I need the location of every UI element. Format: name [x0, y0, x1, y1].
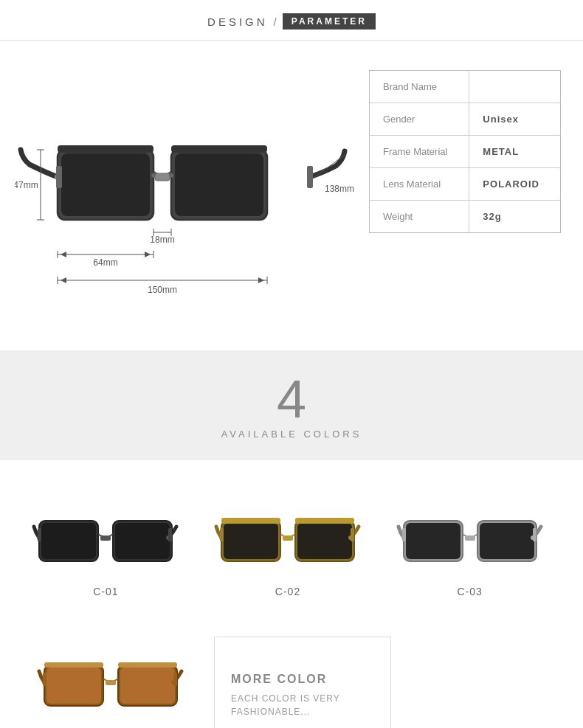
- svg-rect-6: [155, 173, 170, 181]
- colors-number: 4: [277, 372, 306, 426]
- glasses-c02-svg: [214, 490, 362, 571]
- svg-rect-49: [295, 518, 354, 524]
- specs-table: Brand Name Gender Unisex Frame Material …: [369, 70, 561, 233]
- variant-c03-label: C-03: [458, 586, 483, 597]
- spec-label-frame: Frame Material: [370, 136, 469, 168]
- svg-rect-42: [38, 528, 41, 541]
- bottom-variants-row: C-04 MORE COLOR EACH COLOR IS VERYFASHIO…: [22, 627, 561, 728]
- svg-rect-54: [351, 528, 354, 541]
- svg-rect-53: [220, 528, 224, 541]
- product-diagram-svg: 47mm 18mm 138mm 64mm: [15, 63, 354, 299]
- svg-rect-68: [44, 662, 103, 668]
- more-color-desc: EACH COLOR IS VERYFASHIONABLE...: [231, 692, 340, 718]
- more-color-title: MORE COLOR: [231, 673, 327, 686]
- spec-row-brand: Brand Name: [370, 71, 561, 103]
- slash-separator: /: [274, 15, 277, 28]
- variant-c01-label: C-01: [93, 586, 118, 597]
- svg-text:18mm: 18mm: [150, 235, 174, 245]
- spec-label-brand: Brand Name: [370, 71, 469, 103]
- svg-text:150mm: 150mm: [148, 285, 177, 295]
- spec-value-lens: POLAROID: [469, 168, 561, 201]
- svg-rect-63: [533, 528, 537, 541]
- more-color-box: MORE COLOR EACH COLOR IS VERYFASHIONABLE…: [214, 637, 391, 728]
- diagram-svg-wrap: 47mm 18mm 138mm 64mm: [15, 63, 354, 299]
- page-header: DESIGN / PARAMETER: [0, 0, 583, 41]
- svg-rect-59: [465, 535, 475, 541]
- product-section: 47mm 18mm 138mm 64mm: [0, 41, 583, 350]
- svg-rect-36: [41, 523, 96, 559]
- parameter-label: PARAMETER: [283, 13, 376, 30]
- svg-marker-22: [61, 252, 66, 257]
- svg-rect-50: [283, 535, 293, 541]
- spec-value-frame: METAL: [469, 136, 561, 168]
- spec-value-gender: Unisex: [469, 103, 561, 136]
- svg-rect-3: [175, 153, 263, 216]
- svg-rect-7: [58, 145, 153, 153]
- variant-c02-label: C-02: [275, 586, 300, 597]
- spec-value-weight: 32g: [469, 201, 561, 233]
- variant-c03-image: [393, 482, 548, 578]
- variant-c04-image: [33, 627, 188, 723]
- diagram-area: 47mm 18mm 138mm 64mm: [15, 63, 354, 299]
- svg-line-17: [310, 155, 345, 181]
- svg-rect-73: [43, 673, 46, 686]
- variant-c03: C-03: [386, 482, 553, 597]
- svg-rect-45: [224, 523, 278, 559]
- svg-rect-69: [118, 662, 177, 668]
- svg-rect-65: [46, 668, 101, 704]
- svg-rect-48: [221, 518, 280, 524]
- svg-rect-8: [171, 145, 267, 153]
- variant-c04: C-04: [22, 627, 199, 728]
- svg-text:138mm: 138mm: [325, 184, 354, 194]
- svg-rect-47: [297, 523, 352, 559]
- spec-row-weight: Weight 32g: [370, 201, 561, 233]
- svg-rect-38: [115, 523, 170, 559]
- spec-label-lens: Lens Material: [370, 168, 469, 201]
- svg-rect-34: [307, 166, 313, 188]
- glasses-c04-svg: [37, 634, 184, 715]
- svg-rect-39: [100, 535, 111, 541]
- svg-rect-70: [106, 680, 116, 685]
- spec-row-gender: Gender Unisex: [370, 103, 561, 136]
- spec-row-lens: Lens Material POLAROID: [370, 168, 561, 201]
- svg-marker-28: [61, 277, 66, 283]
- variant-c01: C-01: [22, 482, 190, 597]
- variant-c02: C-02: [204, 482, 372, 597]
- svg-marker-23: [145, 252, 151, 257]
- glasses-c03-svg: [396, 490, 544, 571]
- svg-text:64mm: 64mm: [93, 257, 117, 268]
- variants-section: C-01: [0, 460, 583, 728]
- svg-rect-43: [168, 528, 172, 541]
- top-variants-row: C-01: [22, 482, 561, 620]
- variant-c01-image: [28, 482, 183, 578]
- glasses-c01-svg: [32, 490, 179, 571]
- svg-marker-29: [258, 277, 264, 283]
- variant-c02-image: [210, 482, 365, 578]
- svg-rect-1: [61, 153, 150, 216]
- colors-banner-section: 4 AVAILABLE COLORS: [0, 350, 583, 460]
- svg-rect-74: [173, 673, 177, 686]
- spec-label-weight: Weight: [370, 201, 469, 233]
- spec-label-gender: Gender: [370, 103, 469, 136]
- svg-rect-56: [406, 523, 460, 559]
- colors-label: AVAILABLE COLORS: [221, 429, 362, 440]
- svg-rect-67: [120, 668, 175, 704]
- svg-text:47mm: 47mm: [15, 180, 38, 190]
- design-label: DESIGN: [207, 15, 268, 28]
- spec-row-frame: Frame Material METAL: [370, 136, 561, 168]
- svg-rect-58: [480, 523, 534, 559]
- spec-value-brand: [469, 71, 561, 103]
- svg-rect-33: [56, 166, 62, 188]
- svg-rect-62: [402, 528, 406, 541]
